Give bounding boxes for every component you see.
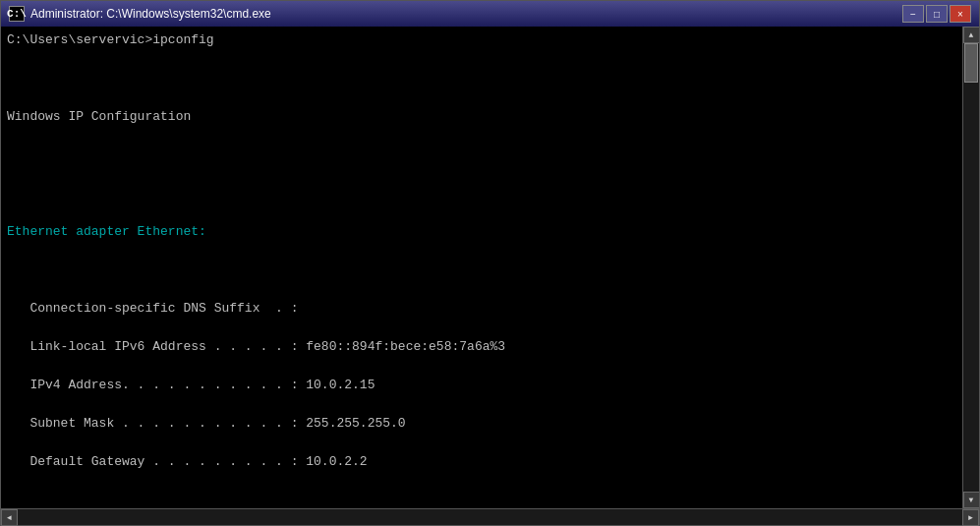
console-line <box>7 491 956 508</box>
console-line: Link-local IPv6 Address . . . . . : fe80… <box>7 337 956 357</box>
console-line <box>7 69 956 88</box>
console-output[interactable]: C:\Users\servervic>ipconfig Windows IP C… <box>1 27 962 508</box>
console-line: Default Gateway . . . . . . . . . : 10.0… <box>7 452 956 472</box>
scroll-track-horizontal[interactable] <box>18 509 962 525</box>
titlebar: C:\ Administrator: C:\Windows\system32\c… <box>1 1 979 27</box>
console-line <box>7 261 956 280</box>
scroll-thumb-vertical[interactable] <box>964 43 978 83</box>
titlebar-title: Administrator: C:\Windows\system32\cmd.e… <box>30 7 902 21</box>
console-body: C:\Users\servervic>ipconfig Windows IP C… <box>1 27 979 508</box>
console-line: Ethernet adapter Ethernet: <box>7 222 956 242</box>
vertical-scrollbar[interactable]: ▲ ▼ <box>962 27 979 508</box>
console-line: C:\Users\servervic>ipconfig <box>7 30 956 50</box>
close-button[interactable]: × <box>950 5 971 23</box>
scroll-up-button[interactable]: ▲ <box>963 27 980 43</box>
horizontal-scrollbar[interactable]: ◄ ► <box>1 508 979 525</box>
titlebar-icon: C:\ <box>9 6 25 22</box>
console-line <box>7 146 956 165</box>
titlebar-buttons: − □ × <box>902 5 971 23</box>
console-line: Connection-specific DNS Suffix . : <box>7 299 956 319</box>
scroll-right-button[interactable]: ► <box>962 509 979 526</box>
scroll-down-button[interactable]: ▼ <box>963 492 980 508</box>
minimize-button[interactable]: − <box>902 5 924 23</box>
restore-button[interactable]: □ <box>926 5 948 23</box>
console-line: IPv4 Address. . . . . . . . . . . : 10.0… <box>7 376 956 395</box>
console-line: Windows IP Configuration <box>7 107 956 127</box>
console-line <box>7 184 956 204</box>
scroll-track-vertical[interactable] <box>963 43 979 492</box>
titlebar-icon-text: C:\ <box>7 8 27 20</box>
console-line: Subnet Mask . . . . . . . . . . . : 255.… <box>7 414 956 434</box>
scroll-left-button[interactable]: ◄ <box>1 509 18 526</box>
cmd-window: C:\ Administrator: C:\Windows\system32\c… <box>0 0 980 526</box>
